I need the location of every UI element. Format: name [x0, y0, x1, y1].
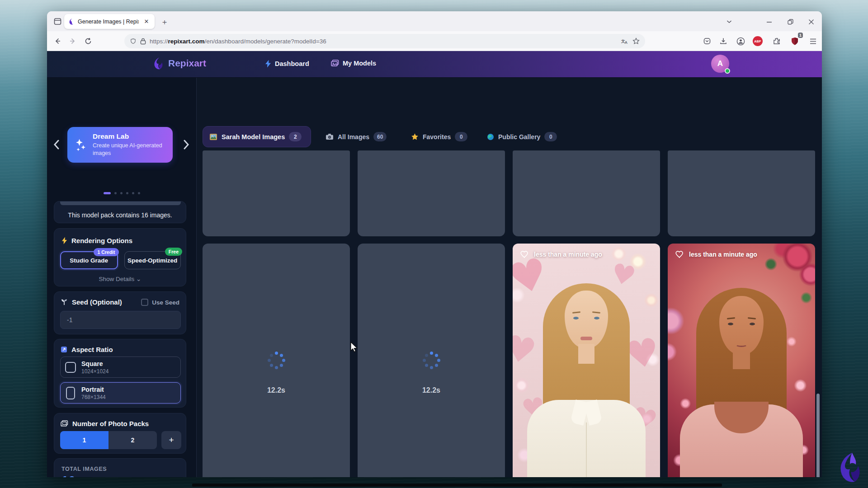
url-text[interactable]: https://repixart.com/en/dashboard/models…	[150, 38, 618, 45]
show-details-toggle[interactable]: Show Details ⌄	[54, 275, 186, 282]
speed-optimized-button[interactable]: Speed-Optimized Free	[124, 251, 181, 269]
translate-icon[interactable]: 文A	[621, 38, 629, 45]
new-tab-button[interactable]: ＋	[158, 15, 171, 28]
carousel-pagination-dots[interactable]	[47, 192, 197, 194]
url-scheme: https://	[150, 38, 168, 45]
globe-icon	[487, 133, 494, 141]
speed-optimized-label: Speed-Optimized	[127, 257, 177, 264]
back-button[interactable]	[51, 34, 64, 48]
picture-icon	[61, 420, 68, 427]
square-size: 1024×1024	[81, 368, 108, 375]
dream-lab-title: Dream Lab	[93, 132, 165, 141]
image-placeholder-card[interactable]	[513, 150, 660, 236]
extensions-puzzle-icon[interactable]	[769, 34, 784, 48]
tab-close-icon[interactable]: ✕	[142, 17, 151, 26]
nav-item-my-models[interactable]: My Models	[331, 60, 376, 67]
list-tabs-chevron-icon[interactable]	[722, 15, 736, 28]
url-bar[interactable]: https://repixart.com/en/dashboard/models…	[124, 34, 645, 48]
dream-lab-subtitle: Create unique AI-generated images	[93, 142, 165, 157]
use-seed-toggle[interactable]: Use Seed	[141, 299, 179, 306]
reload-button[interactable]	[81, 34, 95, 48]
spinner-icon	[267, 351, 285, 369]
seed-input[interactable]	[60, 311, 181, 329]
carousel-dot[interactable]	[114, 192, 117, 194]
image-placeholder-card[interactable]	[668, 150, 815, 236]
window-minimize-button[interactable]	[761, 15, 777, 28]
aspect-ratio-header: Aspect Ratio	[61, 346, 179, 353]
packs-segmented-control: 1 2	[60, 431, 157, 449]
aspect-ratio-icon	[61, 346, 67, 353]
window-close-button[interactable]	[803, 15, 819, 28]
total-images-value: 16	[61, 474, 179, 477]
downloads-icon[interactable]	[716, 34, 731, 48]
generating-image-card[interactable]: 12.2s	[358, 244, 505, 477]
carousel-dot[interactable]	[126, 192, 128, 194]
pocket-save-icon[interactable]	[700, 34, 714, 48]
tracking-shield-icon[interactable]	[130, 38, 137, 45]
tab-public-gallery[interactable]: Public Gallery 0	[481, 126, 562, 147]
photo-timestamp: less than a minute ago	[689, 251, 757, 258]
studio-grade-button[interactable]: Studio Grade 1 Credit	[60, 251, 118, 269]
browser-tab-strip: Generate Images | Repixart ✕ ＋	[47, 11, 822, 31]
use-seed-checkbox[interactable]	[141, 299, 148, 306]
packs-option-1[interactable]: 1	[60, 431, 108, 449]
tab-organizer-icon[interactable]	[51, 14, 64, 28]
nav-item-label: My Models	[343, 60, 376, 67]
browser-tab[interactable]: Generate Images | Repixart ✕	[64, 14, 155, 29]
browser-window: Generate Images | Repixart ✕ ＋	[47, 11, 822, 477]
nav-item-label: Dashboard	[275, 60, 309, 67]
hamburger-menu-icon[interactable]	[806, 34, 820, 48]
packs-add-button[interactable]: +	[161, 431, 181, 449]
favorite-heart-icon[interactable]	[675, 250, 684, 258]
photo-header: less than a minute ago	[675, 250, 757, 258]
lightning-icon	[61, 237, 67, 244]
avatar[interactable]: A	[711, 55, 729, 73]
browser-toolbar: https://repixart.com/en/dashboard/models…	[47, 31, 822, 51]
tab-sarah-model-images[interactable]: Sarah Model Images 2	[203, 126, 311, 147]
generated-image-card[interactable]: less than a minute ago	[668, 244, 815, 477]
generated-image-card[interactable]: ♥ ♥ ♥ ♥ ♥ ♥	[513, 244, 660, 477]
account-icon[interactable]	[733, 34, 748, 48]
nav-item-dashboard[interactable]: Dashboard	[265, 60, 309, 68]
lightning-icon	[265, 60, 271, 68]
photo-header: less than a minute ago	[520, 250, 602, 258]
dream-lab-card[interactable]: Dream Lab Create unique AI-generated ima…	[67, 127, 173, 163]
carousel-dot[interactable]	[138, 192, 140, 194]
tab-title: Generate Images | Repixart	[78, 19, 139, 25]
carousel-next-chevron-icon[interactable]	[181, 136, 192, 153]
generating-image-card[interactable]: 12.2s	[203, 244, 350, 477]
framed-photo-icon	[209, 133, 217, 141]
window-restore-button[interactable]	[783, 15, 798, 28]
tab-all-images[interactable]: All Images 60	[320, 126, 392, 147]
forward-button[interactable]	[66, 34, 80, 48]
desktop-app-logo-icon[interactable]	[833, 451, 861, 483]
aspect-option-portrait[interactable]: Portrait 768×1344	[60, 382, 181, 404]
page-scrollbar-thumb[interactable]	[816, 394, 820, 477]
image-placeholder-card[interactable]	[358, 150, 505, 236]
mouse-cursor	[350, 342, 360, 353]
use-seed-label: Use Seed	[152, 299, 179, 306]
carousel-dot[interactable]	[132, 192, 134, 194]
favorite-heart-icon[interactable]	[520, 250, 529, 258]
adguard-shield-icon[interactable]: 1	[788, 34, 802, 48]
carousel-dot-active[interactable]	[104, 192, 111, 194]
bookmark-star-icon[interactable]	[632, 38, 640, 45]
packs-option-2[interactable]: 2	[108, 431, 157, 449]
portrait-face	[719, 296, 764, 355]
tab-favorites[interactable]: Favorites 0	[406, 126, 473, 147]
brand[interactable]: Repixart	[152, 56, 206, 70]
tab-count-badge: 60	[373, 132, 387, 141]
lock-icon[interactable]	[140, 38, 146, 45]
tab-label: Favorites	[423, 133, 451, 141]
total-images-card: TOTAL IMAGES 16	[54, 458, 186, 477]
model-pack-note-card: This model pack contains 16 images.	[54, 201, 186, 223]
image-placeholder-card[interactable]	[203, 150, 350, 236]
loading-state: 12.2s	[358, 244, 505, 477]
credit-badge: 1 Credit	[94, 248, 118, 256]
total-images-label: TOTAL IMAGES	[61, 466, 179, 472]
aspect-option-square[interactable]: Square 1024×1024	[60, 357, 181, 378]
carousel-dot[interactable]	[120, 192, 123, 194]
portrait-face	[565, 291, 608, 348]
adblock-plus-icon[interactable]: ABP	[750, 34, 765, 48]
carousel-prev-chevron-icon[interactable]	[51, 136, 61, 153]
